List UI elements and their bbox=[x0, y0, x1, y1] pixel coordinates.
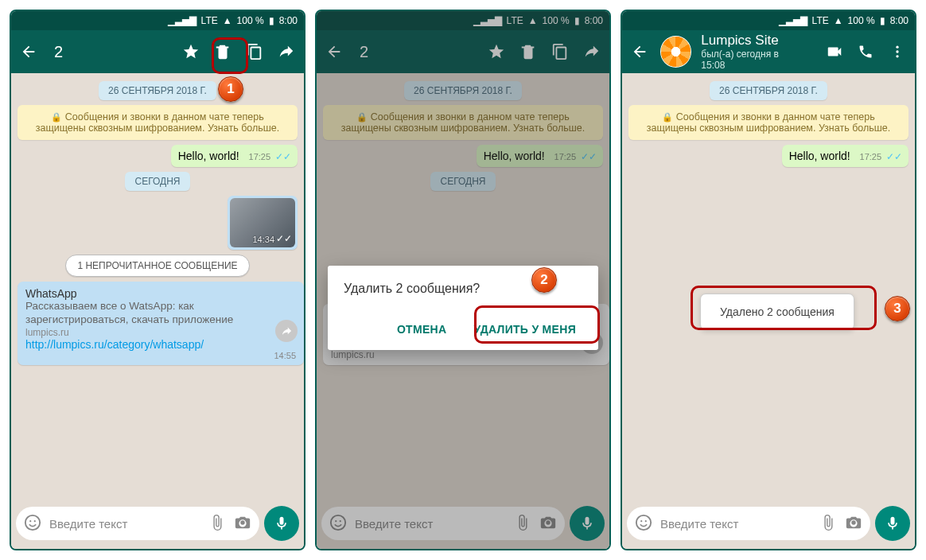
read-ticks-icon: ✓✓ bbox=[581, 151, 597, 162]
date-chip: 26 СЕНТЯБРЯ 2018 Г. bbox=[710, 81, 827, 100]
selection-count: 2 bbox=[54, 43, 63, 61]
selection-toolbar: 2 bbox=[317, 30, 609, 73]
lte-label: LTE bbox=[507, 15, 523, 26]
contact-name: Lumpics Site bbox=[701, 33, 804, 49]
copy-button[interactable] bbox=[549, 41, 571, 63]
chat-toolbar: Lumpics Site был(-а) сегодня в 15:08 bbox=[622, 30, 915, 73]
date-chip: 26 СЕНТЯБРЯ 2018 Г. bbox=[99, 81, 216, 100]
emoji-icon[interactable] bbox=[635, 514, 652, 534]
message-in-link[interactable]: WhatsApp Рассказываем все о WatsApp: как… bbox=[18, 282, 304, 365]
signal-icon: ▁▃▅▇ bbox=[473, 15, 502, 26]
svg-point-2 bbox=[34, 520, 36, 522]
message-input[interactable]: Введите текст bbox=[16, 507, 259, 540]
encryption-notice: 🔒 Сообщения и звонки в данном чате тепер… bbox=[323, 105, 603, 140]
message-text: Hello, world! bbox=[178, 150, 239, 162]
message-time: 17:25 bbox=[860, 152, 882, 161]
emoji-icon[interactable] bbox=[24, 514, 41, 534]
input-placeholder: Введите текст bbox=[355, 517, 433, 531]
back-button[interactable] bbox=[628, 41, 651, 63]
svg-point-7 bbox=[896, 50, 898, 52]
back-button[interactable] bbox=[18, 41, 40, 63]
message-time: 17:25 bbox=[554, 152, 577, 161]
wifi-icon: ▲ bbox=[528, 15, 538, 26]
video-call-button[interactable] bbox=[823, 41, 846, 63]
link-preview-site: lumpics.ru bbox=[25, 327, 296, 338]
lock-icon: 🔒 bbox=[662, 112, 673, 122]
link-preview-site: lumpics.ru bbox=[331, 349, 601, 360]
back-button[interactable] bbox=[323, 41, 345, 63]
contact-status: был(-а) сегодня в 15:08 bbox=[701, 49, 804, 71]
battery-label: 100 % bbox=[848, 15, 875, 26]
message-out-hello[interactable]: Hello, world! 17:25 ✓✓ bbox=[171, 145, 298, 167]
mic-button[interactable] bbox=[570, 506, 605, 541]
status-bar: ▁▃▅▇ LTE ▲ 100 % ▮ 8:00 bbox=[622, 11, 915, 30]
contact-avatar[interactable] bbox=[660, 36, 692, 68]
lock-icon: 🔒 bbox=[51, 112, 62, 122]
mic-button[interactable] bbox=[875, 506, 910, 541]
svg-point-8 bbox=[896, 55, 898, 57]
mic-button[interactable] bbox=[264, 506, 299, 541]
forward-button[interactable] bbox=[275, 41, 298, 63]
message-out-hello[interactable]: Hello, world! 17:25 ✓✓ bbox=[782, 145, 908, 167]
wifi-icon: ▲ bbox=[223, 15, 232, 26]
camera-icon[interactable] bbox=[539, 514, 557, 534]
message-time: 17:25 bbox=[249, 152, 271, 161]
input-bar: Введите текст bbox=[11, 501, 304, 549]
unread-divider: 1 НЕПРОЧИТАННОЕ СООБЩЕНИЕ bbox=[65, 255, 249, 277]
message-input[interactable]: Введите текст bbox=[627, 507, 870, 540]
attach-icon[interactable] bbox=[208, 514, 226, 534]
message-text: Hello, world! bbox=[789, 150, 850, 162]
star-button[interactable] bbox=[485, 41, 508, 63]
camera-icon[interactable] bbox=[234, 514, 251, 534]
battery-icon: ▮ bbox=[880, 15, 885, 26]
battery-icon: ▮ bbox=[269, 15, 274, 26]
forward-button[interactable] bbox=[581, 41, 603, 63]
clock-label: 8:00 bbox=[890, 15, 908, 26]
svg-point-0 bbox=[25, 515, 40, 529]
selection-toolbar: 2 bbox=[11, 30, 304, 73]
emoji-icon[interactable] bbox=[329, 514, 347, 534]
star-button[interactable] bbox=[180, 41, 202, 63]
input-placeholder: Введите текст bbox=[660, 517, 738, 531]
encryption-notice-text: Сообщения и звонки в данном чате теперь … bbox=[647, 111, 891, 134]
date-chip: 26 СЕНТЯБРЯ 2018 Г. bbox=[404, 81, 522, 100]
menu-button[interactable] bbox=[886, 41, 908, 63]
svg-point-11 bbox=[645, 520, 647, 522]
attach-icon[interactable] bbox=[819, 514, 837, 534]
image-thumbnail[interactable]: 14:34 ✓✓ bbox=[230, 198, 295, 247]
voice-call-button[interactable] bbox=[855, 41, 877, 63]
encryption-notice: 🔒 Сообщения и звонки в данном чате тепер… bbox=[18, 105, 298, 140]
chat-body[interactable]: 26 СЕНТЯБРЯ 2018 Г. 🔒 Сообщения и звонки… bbox=[11, 73, 304, 501]
lte-label: LTE bbox=[812, 15, 829, 26]
signal-icon: ▁▃▅▇ bbox=[779, 15, 807, 26]
svg-point-1 bbox=[29, 520, 31, 522]
message-input[interactable]: Введите текст bbox=[321, 507, 565, 540]
callout-highlight-1 bbox=[212, 37, 248, 74]
read-ticks-icon: ✓✓ bbox=[275, 151, 291, 162]
delete-button[interactable] bbox=[517, 41, 539, 63]
svg-point-10 bbox=[640, 520, 642, 522]
phone-screen-3: ▁▃▅▇ LTE ▲ 100 % ▮ 8:00 Lumpics Site был… bbox=[621, 10, 916, 550]
svg-point-4 bbox=[335, 520, 337, 522]
battery-label: 100 % bbox=[237, 15, 264, 26]
link-preview-url[interactable]: http://lumpics.ru/category/whatsapp/ bbox=[25, 338, 296, 351]
battery-icon: ▮ bbox=[574, 15, 580, 26]
step-badge-2: 2 bbox=[531, 267, 557, 293]
camera-icon[interactable] bbox=[845, 514, 862, 534]
dialog-cancel-button[interactable]: ОТМЕНА bbox=[391, 317, 453, 342]
svg-point-5 bbox=[340, 520, 341, 522]
link-preview-desc: Рассказываем все о WatsApp: как зарегист… bbox=[25, 300, 296, 327]
signal-icon: ▁▃▅▇ bbox=[168, 15, 196, 26]
forward-badge-icon[interactable] bbox=[275, 320, 298, 342]
status-bar: ▁▃▅▇ LTE ▲ 100 % ▮ 8:00 bbox=[11, 11, 304, 30]
encryption-notice-text: Сообщения и звонки в данном чате теперь … bbox=[36, 111, 280, 134]
contact-info[interactable]: Lumpics Site был(-а) сегодня в 15:08 bbox=[701, 33, 804, 71]
input-placeholder: Введите текст bbox=[49, 517, 127, 531]
svg-point-9 bbox=[636, 515, 651, 529]
read-ticks-icon: ✓✓ bbox=[276, 233, 292, 244]
message-out-hello[interactable]: Hello, world! 17:25 ✓✓ bbox=[477, 145, 603, 167]
phone-screen-2: ▁▃▅▇ LTE ▲ 100 % ▮ 8:00 2 bbox=[315, 10, 611, 550]
attach-icon[interactable] bbox=[514, 514, 531, 534]
message-out-image[interactable]: 14:34 ✓✓ bbox=[228, 196, 298, 250]
message-time: 14:55 bbox=[25, 351, 296, 360]
